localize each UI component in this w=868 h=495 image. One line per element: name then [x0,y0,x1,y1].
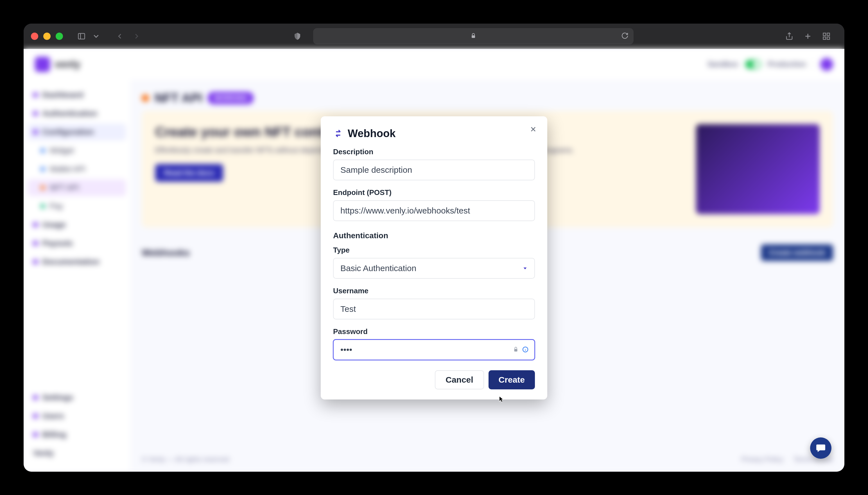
svg-rect-6 [823,33,826,35]
password-label: Password [333,327,535,336]
svg-rect-9 [827,37,830,39]
chat-fab[interactable] [810,438,832,459]
modal-overlay: Webhook Description Endpoint (POST) Auth… [23,49,845,472]
forward-button[interactable] [132,31,142,41]
cancel-button[interactable]: Cancel [435,370,484,389]
svg-rect-0 [79,33,85,39]
create-button[interactable]: Create [488,370,535,389]
close-icon[interactable] [528,124,538,134]
modal-title: Webhook [348,127,396,140]
address-bar[interactable] [313,28,634,45]
close-window[interactable] [31,33,38,40]
share-icon[interactable] [784,31,794,41]
browser-titlebar [23,23,845,49]
refresh-icon[interactable] [621,32,629,40]
lock-icon[interactable] [512,345,520,354]
svg-rect-7 [827,33,830,35]
tab-overview-icon[interactable] [821,31,832,41]
username-input[interactable] [333,298,535,320]
description-input[interactable] [333,159,535,181]
chevron-down-icon[interactable] [91,31,101,41]
info-icon[interactable] [521,345,529,354]
svg-rect-2 [472,35,475,38]
shield-icon[interactable] [292,31,302,41]
browser-window: venly Sandbox Production Dashboard Authe… [23,23,845,472]
description-label: Description [333,148,535,156]
type-select[interactable] [333,258,535,279]
password-input[interactable] [333,339,535,360]
lock-icon [470,32,477,40]
endpoint-label: Endpoint (POST) [333,188,535,197]
password-manager-icons [512,345,529,354]
sidebar-toggle-icon[interactable] [77,31,87,41]
maximize-window[interactable] [56,33,63,40]
username-label: Username [333,287,535,295]
minimize-window[interactable] [43,33,51,40]
endpoint-input[interactable] [333,200,535,221]
webhook-icon [333,129,343,138]
cursor-icon [497,395,504,404]
webhook-modal: Webhook Description Endpoint (POST) Auth… [321,116,547,399]
type-label: Type [333,246,535,255]
svg-rect-13 [514,349,517,352]
back-button[interactable] [115,31,125,41]
svg-rect-8 [823,37,826,39]
new-tab-icon[interactable] [803,31,813,41]
auth-section-label: Authentication [333,231,535,240]
page-content: venly Sandbox Production Dashboard Authe… [23,49,845,472]
window-controls [31,33,63,40]
